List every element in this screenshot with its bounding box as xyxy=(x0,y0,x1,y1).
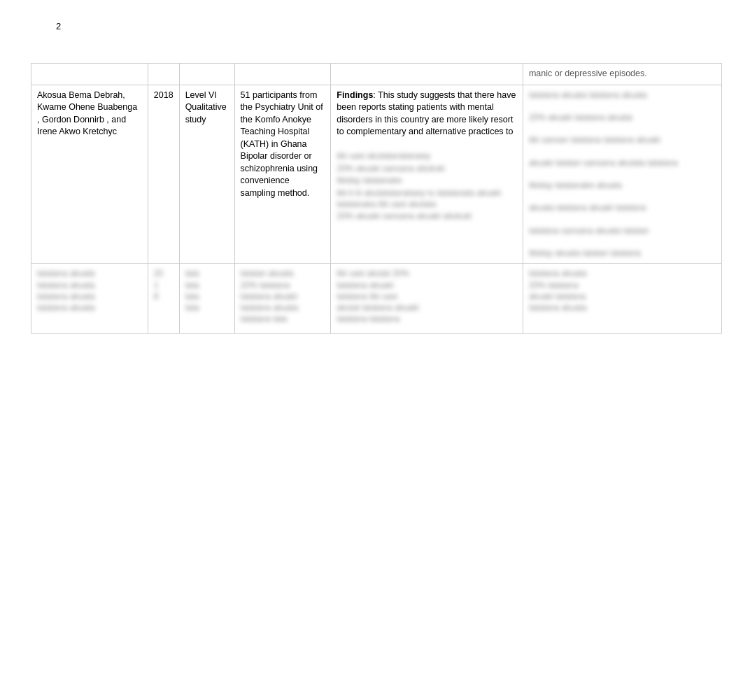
table-row-main: Akosua Bema Debrah, Kwame Ohene Buabenga… xyxy=(31,85,722,264)
extra-line-8: tikiday akuata tatatan tatatana xyxy=(529,248,716,259)
research-table: manic or depressive episodes. Akosua Bem… xyxy=(31,63,722,334)
cell-extra-top: manic or depressive episodes. xyxy=(523,64,721,85)
author-bottom-blurred: tatatana akuatatatatana akuatatatatana a… xyxy=(37,268,142,313)
findings-blurred-5: 20% akuaki sansana akuaki atiukuki xyxy=(337,210,472,222)
cell-findings-main: Findings: This study suggests that there… xyxy=(331,85,523,264)
page-container: 2 manic or depressive episodes. Akosua B… xyxy=(0,0,743,700)
cell-year-bottom: 2018 xyxy=(148,264,179,334)
cell-author-bottom: tatatana akuatatatatana akuatatatatana a… xyxy=(31,264,148,334)
author-text: Akosua Bema Debrah, Kwame Ohene Buabenga… xyxy=(37,90,137,137)
cell-author-top xyxy=(31,64,148,85)
findings-blurred-2: 20% akuaki sansana atiukuki xyxy=(337,163,445,174)
cell-extra-main: tatatana akuata tatatana akuata 20% akua… xyxy=(523,85,721,264)
sample-text: 51 participants from the Psychiatry Unit… xyxy=(241,90,323,198)
extra-line-4: akuaki tatatan sansana akutata tatatana xyxy=(529,157,716,169)
cell-year-main: 2018 xyxy=(148,85,179,264)
cell-design-main: Level VI Qualitative study xyxy=(179,85,234,264)
cell-sample-bottom: tatatan akuata20% tatatanatatatana akuak… xyxy=(234,264,331,334)
cell-findings-top xyxy=(331,64,523,85)
sample-bottom-blurred: tatatan akuata20% tatatanatatatana akuak… xyxy=(241,268,325,324)
extra-line-5: tikiday tatatanake akuata xyxy=(529,180,716,191)
extra-top-text: manic or depressive episodes. xyxy=(529,69,647,78)
design-bottom-blurred: tatatatatatatata xyxy=(185,268,229,313)
page-number: 2 xyxy=(56,21,61,31)
year-bottom-blurred: 2018 xyxy=(154,268,174,302)
extra-blurred-block: tatatana akuata tatatana akuata 20% akua… xyxy=(529,90,716,259)
extra-line-7: tatatana sansana akuata tatatan xyxy=(529,225,716,236)
design-text: Level VI Qualitative study xyxy=(185,90,227,124)
year-text: 2018 xyxy=(154,90,174,100)
extra-line-1: tatatana akuata tatatana akuata xyxy=(529,90,716,101)
cell-sample-main: 51 participants from the Psychiatry Unit… xyxy=(234,85,331,264)
extra-line-6: akuata tatatana akuaki tatatana xyxy=(529,202,716,213)
cell-findings-bottom: tiki uasi akutat 20%tatatana akuakitatat… xyxy=(331,264,523,334)
findings-blurred-1: tiki uasi akutatanatanawy xyxy=(337,150,430,162)
findings-blurred-4: tiki k ki akutatatanatawy tu tatatanata … xyxy=(337,187,517,210)
cell-design-bottom: tatatatatatatata xyxy=(179,264,234,334)
extra-line-2: 20% akuaki tatatana akuata xyxy=(529,112,716,123)
findings-bottom-blurred: tiki uasi akutat 20%tatatana akuakitatat… xyxy=(337,268,517,324)
extra-bottom-blurred: tatatana akuata20% tatatanaakuaki tatata… xyxy=(529,268,716,313)
findings-label: Findings xyxy=(337,90,373,100)
findings-blurred-3: tikiday tatatanake xyxy=(337,175,402,186)
extra-line-3: tiki sansan tatatana tatatana akuaki xyxy=(529,134,716,145)
cell-extra-bottom: tatatana akuata20% tatatanaakuaki tatata… xyxy=(523,264,721,334)
cell-year-top xyxy=(148,64,179,85)
table-row-top-partial: manic or depressive episodes. xyxy=(31,64,722,85)
cell-sample-top xyxy=(234,64,331,85)
cell-author-main: Akosua Bema Debrah, Kwame Ohene Buabenga… xyxy=(31,85,148,264)
table-wrapper: manic or depressive episodes. Akosua Bem… xyxy=(31,63,722,334)
table-row-bottom-partial: tatatana akuatatatatana akuatatatatana a… xyxy=(31,264,722,334)
cell-design-top xyxy=(179,64,234,85)
